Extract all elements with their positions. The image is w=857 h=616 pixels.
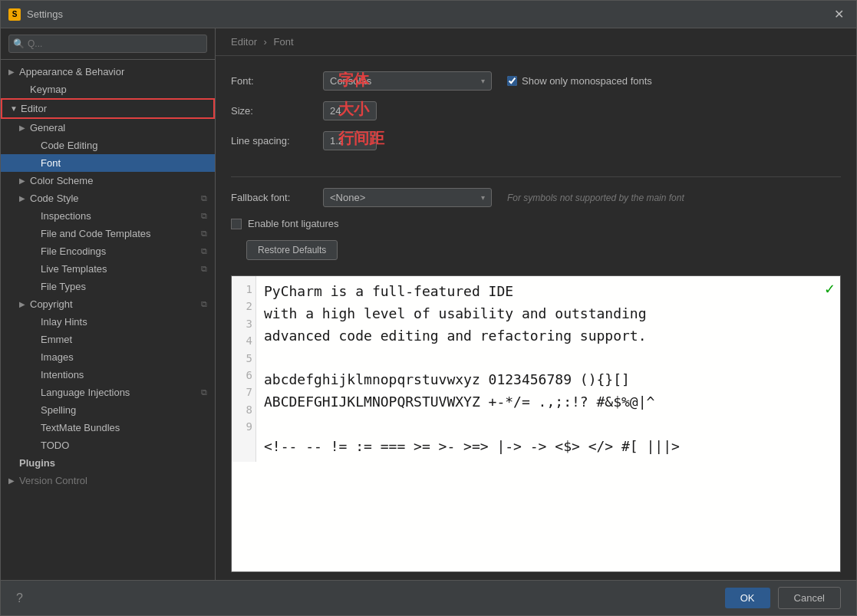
search-wrapper: 🔍 — [8, 35, 207, 53]
size-input[interactable] — [323, 101, 377, 120]
line-num: 9 — [235, 418, 252, 435]
fallback-font-hint: For symbols not supported by the main fo… — [507, 193, 684, 203]
copy-icon: ⧉ — [201, 264, 207, 274]
arrow-icon — [30, 229, 41, 238]
arrow-icon — [30, 441, 41, 450]
sidebar-item-language-injections[interactable]: Language Injections ⧉ — [1, 384, 215, 401]
sidebar: 🔍 ▶ Appearance & Behavior Keymap ▼ — [1, 28, 216, 580]
sidebar-item-keymap[interactable]: Keymap — [1, 81, 215, 98]
size-label: Size: — [231, 105, 323, 117]
line-spacing-row: Line spacing: — [231, 131, 841, 150]
sidebar-item-label: Intentions — [41, 369, 207, 380]
sidebar-item-intentions[interactable]: Intentions — [1, 366, 215, 384]
arrow-icon: ▶ — [19, 176, 30, 185]
sidebar-item-font[interactable]: Font — [1, 154, 215, 172]
restore-defaults-wrapper: Restore Defaults — [216, 240, 856, 268]
sidebar-item-label: Emmet — [41, 334, 207, 345]
line-num: 1 — [235, 281, 252, 298]
sidebar-item-label: General — [30, 122, 207, 133]
line-num: 7 — [235, 384, 252, 400]
arrow-icon — [30, 335, 41, 344]
monospace-checkbox[interactable] — [507, 76, 517, 86]
preview-code: PyCharm is a full-featured IDE with a hi… — [256, 276, 840, 462]
sidebar-item-general[interactable]: ▶ General — [1, 119, 215, 137]
sidebar-item-label: File Types — [41, 281, 207, 292]
sidebar-item-textmate[interactable]: TextMate Bundles — [1, 419, 215, 436]
font-row: Font: Consolas ▾ Show only monospaced fo… — [231, 71, 841, 91]
arrow-icon — [30, 247, 41, 255]
sidebar-item-version-control[interactable]: ▶ Version Control — [1, 472, 215, 489]
sidebar-item-color-scheme[interactable]: ▶ Color Scheme — [1, 172, 215, 189]
ligatures-checkbox[interactable] — [231, 219, 242, 229]
sidebar-item-label: Images — [41, 351, 207, 363]
sidebar-item-label: Keymap — [30, 84, 207, 95]
arrow-icon: ▶ — [19, 124, 30, 132]
line-num: 4 — [235, 332, 252, 349]
sidebar-item-label: Language Injections — [41, 387, 198, 398]
sidebar-item-file-code-templates[interactable]: File and Code Templates ⧉ — [1, 225, 215, 242]
sidebar-item-todo[interactable]: TODO — [1, 436, 215, 454]
arrow-icon — [30, 282, 41, 291]
sidebar-item-emmet[interactable]: Emmet — [1, 331, 215, 348]
help-button[interactable]: ? — [16, 591, 23, 605]
chevron-down-icon: ▾ — [481, 193, 485, 202]
arrow-icon: ▶ — [19, 194, 30, 203]
sidebar-item-live-templates[interactable]: Live Templates ⧉ — [1, 260, 215, 278]
fallback-font-label: Fallback font: — [231, 192, 323, 203]
breadcrumb-editor: Editor — [231, 36, 257, 48]
sidebar-item-label: Version Control — [19, 475, 207, 486]
sidebar-item-editor[interactable]: ▼ Editor — [1, 98, 215, 119]
restore-defaults-button[interactable]: Restore Defaults — [246, 240, 338, 260]
sidebar-item-images[interactable]: Images — [1, 348, 215, 366]
arrow-icon — [8, 459, 19, 467]
search-input[interactable] — [8, 35, 207, 53]
sidebar-item-inlay-hints[interactable]: Inlay Hints — [1, 313, 215, 331]
line-num: 3 — [235, 315, 252, 332]
chevron-down-icon: ▾ — [481, 77, 485, 85]
sidebar-item-appearance[interactable]: ▶ Appearance & Behavior — [1, 63, 215, 81]
window-title: Settings — [27, 8, 829, 20]
arrow-icon — [30, 406, 41, 414]
line-num: 5 — [235, 350, 252, 367]
line-spacing-input[interactable] — [323, 131, 377, 150]
fallback-font-value: <None> — [330, 192, 365, 203]
line-numbers: 1 2 3 4 5 6 7 8 9 — [232, 276, 256, 462]
sidebar-item-label: Editor — [21, 103, 206, 114]
monospace-checkbox-row: Show only monospaced fonts — [507, 75, 652, 87]
sidebar-item-label: Font — [41, 157, 207, 169]
preview-gutter: 1 2 3 4 5 6 7 8 9 PyCharm is a full-feat… — [232, 276, 840, 462]
font-select[interactable]: Consolas ▾ — [323, 71, 492, 91]
sidebar-item-label: Code Style — [30, 193, 198, 204]
copy-icon: ⧉ — [201, 229, 207, 239]
sidebar-item-spelling[interactable]: Spelling — [1, 401, 215, 419]
arrow-icon — [30, 159, 41, 167]
copy-icon: ⧉ — [201, 193, 207, 203]
fallback-font-select[interactable]: <None> ▾ — [323, 188, 492, 207]
cancel-button[interactable]: Cancel — [778, 587, 841, 609]
sidebar-item-copyright[interactable]: ▶ Copyright ⧉ — [1, 295, 215, 313]
sidebar-item-label: Live Templates — [41, 263, 198, 275]
app-icon-letter: S — [12, 10, 18, 18]
sidebar-item-file-types[interactable]: File Types — [1, 278, 215, 295]
sidebar-item-inspections[interactable]: Inspections ⧉ — [1, 207, 215, 225]
sidebar-item-plugins[interactable]: Plugins — [1, 454, 215, 472]
breadcrumb: Editor › Font — [216, 28, 856, 56]
arrow-icon: ▼ — [10, 104, 21, 113]
sidebar-item-code-editing[interactable]: Code Editing — [1, 137, 215, 154]
settings-window: S Settings ✕ 🔍 ▶ Appearance & Behavior — [0, 0, 857, 616]
arrow-icon — [30, 318, 41, 326]
check-icon: ✓ — [824, 281, 836, 298]
arrow-icon: ▶ — [19, 300, 30, 308]
sidebar-item-label: TODO — [41, 440, 207, 451]
arrow-icon — [30, 423, 41, 432]
ligatures-label: Enable font ligatures — [248, 218, 339, 229]
form-wrapper: 字体 大小 行间距 Font: Consolas ▾ Show only mon… — [216, 56, 856, 176]
ok-button[interactable]: OK — [725, 588, 770, 608]
fallback-font-row: Fallback font: <None> ▾ For symbols not … — [216, 188, 856, 207]
sidebar-item-code-style[interactable]: ▶ Code Style ⧉ — [1, 189, 215, 207]
sidebar-item-file-encodings[interactable]: File Encodings ⧉ — [1, 242, 215, 260]
close-button[interactable]: ✕ — [829, 5, 849, 23]
arrow-icon — [30, 265, 41, 273]
sidebar-item-label: Copyright — [30, 298, 198, 310]
separator — [231, 176, 841, 177]
